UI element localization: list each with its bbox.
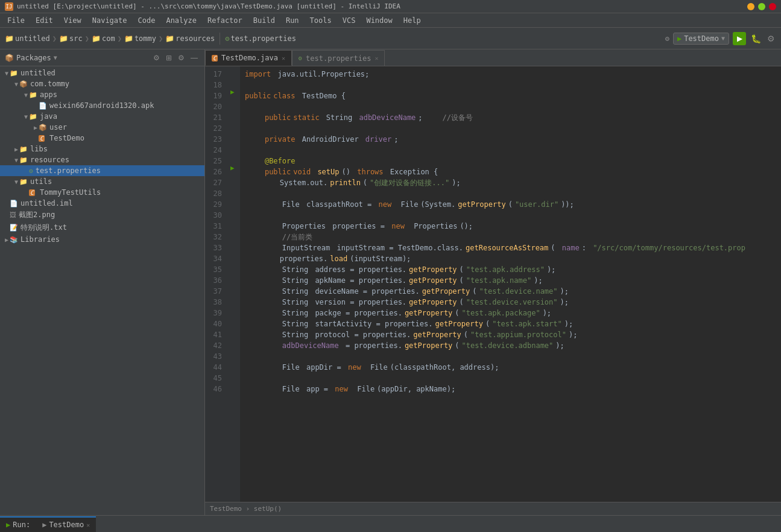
menu-window[interactable]: Window — [361, 15, 397, 26]
code-line-18 — [245, 80, 776, 90]
sidebar-expand-btn[interactable]: ⊞ — [164, 53, 174, 63]
tree-item-com-tommy[interactable]: ▼ 📦 com.tommy — [0, 78, 204, 89]
tree-item-untitled[interactable]: ▼ 📁 untitled — [0, 68, 204, 78]
expand-arrow-libraries[interactable]: ▶ — [5, 236, 8, 243]
tree-item-screenshot[interactable]: ▶ 🖼 截图2.png — [0, 209, 204, 221]
menu-build[interactable]: Build — [248, 15, 280, 26]
package-icon-com-tommy: 📦 — [19, 80, 28, 88]
breadcrumb-tommy[interactable]: 📁tommy — [124, 34, 156, 43]
run-button[interactable]: ▶ — [733, 32, 746, 45]
tab-testdemo-java[interactable]: C TestDemo.java ✕ — [205, 50, 292, 66]
gutter: ▶ ▶ — [229, 66, 240, 502]
packages-dropdown-icon[interactable]: ▼ — [54, 54, 57, 61]
ln-21: 21 — [205, 112, 227, 123]
breadcrumb-src[interactable]: 📁src — [59, 34, 83, 43]
code-editor[interactable]: 17 18 19 20 21 22 23 24 25 26 27 28 29 3… — [205, 66, 781, 502]
code-content[interactable]: import java.util.Properties; public clas… — [240, 66, 781, 502]
tree-item-readme[interactable]: ▶ 📝 特别说明.txt — [0, 221, 204, 234]
tree-label-screenshot: 截图2.png — [19, 210, 55, 220]
code-line-41: String protocol = properties.getProperty… — [245, 329, 776, 340]
java-icon-tommytestutils: C — [29, 189, 35, 196]
run-config-selector[interactable]: ▶ TestDemo ▼ — [673, 33, 729, 45]
breadcrumb-file[interactable]: ⚙test.properties — [225, 34, 296, 43]
tree-item-untitled-iml[interactable]: ▶ 📄 untitled.iml — [0, 198, 204, 209]
run-gutter-19[interactable]: ▶ — [230, 88, 235, 96]
bottom-tab-close[interactable]: ✕ — [86, 522, 90, 528]
tab-close-testdemo[interactable]: ✕ — [282, 55, 285, 62]
sidebar-controls: ⚙ ⊞ ⚙ — — [151, 53, 200, 63]
breadcrumb-section: 📁untitled ❯ 📁src ❯ 📁com ❯ 📁tommy ❯ 📁reso… — [5, 34, 215, 43]
expand-arrow-untitled[interactable]: ▼ — [5, 70, 8, 77]
txt-icon: 📝 — [10, 224, 18, 232]
menu-code[interactable]: Code — [133, 15, 160, 26]
ln-46: 46 — [205, 384, 227, 394]
minimize-button[interactable] — [747, 3, 754, 10]
debug-button[interactable]: 🐛 — [750, 33, 762, 45]
sidebar-collapse-btn[interactable]: — — [189, 53, 200, 63]
run-tab-config-icon: ▶ — [42, 521, 46, 529]
editor-status-bar: TestDemo › setUp() — [205, 502, 781, 515]
menu-edit[interactable]: Edit — [31, 15, 58, 26]
expand-arrow-resources[interactable]: ▼ — [14, 157, 18, 163]
ln-45: 45 — [205, 373, 227, 384]
tab-test-properties[interactable]: ⚙ test.properties ✕ — [292, 50, 385, 66]
ln-22: 22 — [205, 123, 227, 134]
menu-refactor[interactable]: Refactor — [203, 15, 247, 26]
code-line-24 — [245, 145, 776, 156]
ln-25: 25 — [205, 156, 227, 166]
menu-vcs[interactable]: VCS — [338, 15, 361, 26]
code-line-31: Properties properties = new Properties()… — [245, 221, 776, 232]
expand-arrow-utils[interactable]: ▼ — [14, 179, 18, 185]
breadcrumb-com[interactable]: 📁com — [92, 34, 115, 43]
expand-arrow-user[interactable]: ▶ — [34, 124, 37, 131]
tree-item-utils[interactable]: ▼ 📁 utils — [0, 176, 204, 187]
ln-40: 40 — [205, 318, 227, 329]
tree-item-testdemo[interactable]: ▶ C TestDemo — [0, 133, 204, 144]
ln-42: 42 — [205, 340, 227, 351]
tree-item-test-properties[interactable]: ▶ ⚙ test.properties — [0, 165, 204, 176]
ln-41: 41 — [205, 329, 227, 340]
code-line-46: File app = new File(appDir, apkName); — [245, 384, 776, 394]
sidebar-settings-btn[interactable]: ⚙ — [151, 53, 162, 63]
ln-17: 17 — [205, 69, 227, 80]
ln-36: 36 — [205, 275, 227, 286]
breadcrumb-resources[interactable]: 📁resources — [165, 34, 215, 43]
expand-arrow-com-tommy[interactable]: ▼ — [14, 81, 18, 87]
tree-item-tommytestutils[interactable]: ▶ C TommyTestUtils — [0, 187, 204, 198]
menu-tools[interactable]: Tools — [305, 15, 337, 26]
tree-label-user: user — [49, 123, 67, 131]
menu-run[interactable]: Run — [281, 15, 304, 26]
folder-icon-libs: 📁 — [19, 145, 28, 153]
title-bar: IJ untitled [E:\project\untitled] - ...\… — [0, 0, 781, 13]
expand-arrow-java[interactable]: ▼ — [24, 113, 28, 120]
tree-item-weixin[interactable]: ▶ 📄 weixin667android1320.apk — [0, 100, 204, 111]
settings-button[interactable]: ⚙ — [766, 33, 776, 45]
code-line-36: String apkName = properties.getProperty(… — [245, 275, 776, 286]
tree-item-libraries[interactable]: ▶ 📚 Libraries — [0, 234, 204, 245]
menu-file[interactable]: File — [2, 15, 30, 26]
bottom-tab-testdemo[interactable]: ▶ TestDemo ✕ — [36, 516, 96, 532]
menu-view[interactable]: View — [59, 15, 86, 26]
tree-item-resources[interactable]: ▼ 📁 resources — [0, 154, 204, 165]
breadcrumb-untitled[interactable]: 📁untitled — [5, 34, 50, 43]
menu-navigate[interactable]: Navigate — [87, 15, 132, 26]
tree-item-libs[interactable]: ▶ 📁 libs — [0, 144, 204, 154]
tree-item-user[interactable]: ▶ 📦 user — [0, 122, 204, 133]
expand-arrow-apps[interactable]: ▼ — [24, 92, 28, 98]
tree-item-apps[interactable]: ▼ 📁 apps — [0, 89, 204, 100]
maximize-button[interactable] — [758, 3, 765, 10]
expand-arrow-libs[interactable]: ▶ — [14, 146, 18, 153]
ln-37: 37 — [205, 286, 227, 297]
package-icon-user: 📦 — [39, 124, 47, 131]
tab-close-properties[interactable]: ✕ — [375, 55, 378, 62]
code-line-42: adbDeviceName = properties.getProperty("… — [245, 340, 776, 351]
tree-item-java[interactable]: ▼ 📁 java — [0, 111, 204, 122]
tree-label-libraries: Libraries — [21, 235, 60, 244]
close-button[interactable] — [769, 3, 776, 10]
menu-analyze[interactable]: Analyze — [161, 15, 201, 26]
menu-help[interactable]: Help — [399, 15, 426, 26]
sidebar-gear-btn[interactable]: ⚙ — [176, 53, 186, 63]
run-gutter-26[interactable]: ▶ — [230, 164, 235, 172]
bottom-tab-run[interactable]: ▶ Run: — [0, 516, 36, 532]
code-line-32: //当前类 — [245, 232, 776, 242]
